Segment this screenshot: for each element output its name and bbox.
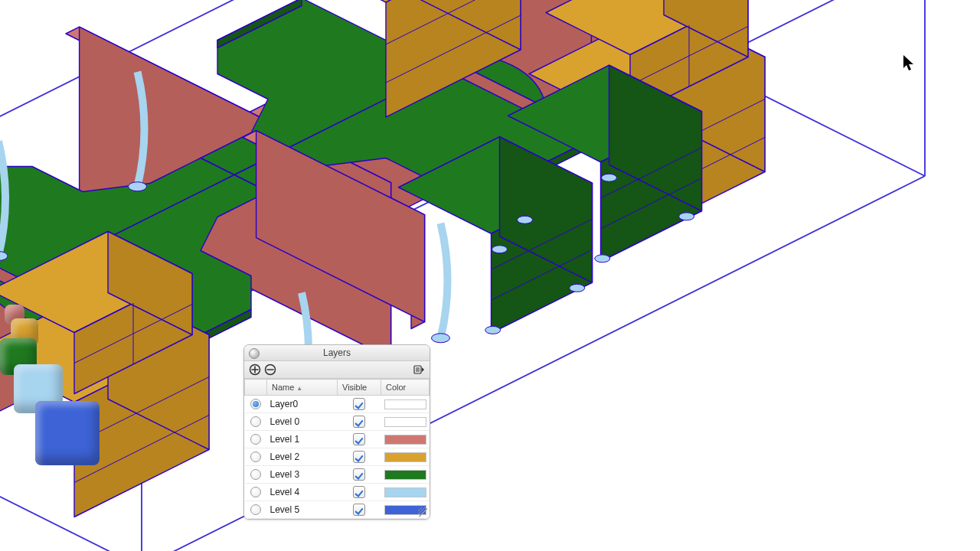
layer-name-cell[interactable]: Level 2 (267, 448, 338, 466)
layer-visible-checkbox[interactable] (353, 504, 365, 516)
layer-color-swatch[interactable] (384, 399, 426, 409)
layer-name-cell[interactable]: Level 1 (267, 431, 338, 448)
layers-table: Name Visible Color Layer0Level 0Level 1L… (244, 379, 430, 519)
panel-resize-grip[interactable] (418, 507, 427, 517)
column-color-header[interactable]: Color (381, 380, 430, 396)
layer-color-swatch[interactable] (384, 435, 426, 445)
layer-row[interactable]: Level 5 (245, 501, 430, 519)
color-cube (35, 401, 100, 465)
remove-layer-button[interactable] (264, 364, 276, 376)
layer-active-radio[interactable] (250, 487, 261, 497)
layers-panel[interactable]: Layers Name Visible Color Layer0Level 0L… (243, 344, 430, 520)
layer-row[interactable]: Level 1 (245, 431, 430, 448)
layer-color-swatch[interactable] (384, 487, 426, 497)
layer-visible-checkbox[interactable] (353, 486, 365, 498)
layer-name-cell[interactable]: Layer0 (267, 396, 338, 413)
layer-visible-checkbox[interactable] (353, 433, 365, 445)
svg-point-52 (432, 334, 450, 343)
layer-visible-checkbox[interactable] (353, 416, 365, 428)
layer-row[interactable]: Level 0 (245, 413, 430, 431)
layer-color-cube-stack (0, 298, 107, 497)
layer-active-radio[interactable] (250, 434, 261, 445)
svg-point-42 (570, 284, 585, 292)
panel-titlebar[interactable]: Layers (244, 345, 430, 361)
svg-point-54 (129, 182, 147, 191)
layer-name-cell[interactable]: Level 4 (267, 484, 338, 501)
layer-row[interactable]: Level 4 (245, 484, 430, 501)
layers-toolbar (244, 361, 430, 379)
3d-viewport[interactable] (0, 0, 980, 551)
svg-point-44 (492, 246, 508, 253)
layer-color-swatch[interactable] (384, 417, 426, 427)
layer-active-radio[interactable] (250, 504, 261, 515)
panel-close-button[interactable] (249, 348, 260, 359)
column-visible-header[interactable]: Visible (338, 380, 381, 396)
layer-color-swatch[interactable] (384, 452, 426, 462)
svg-point-48 (595, 255, 610, 262)
cursor-icon (900, 54, 919, 72)
layer-row[interactable]: Level 2 (245, 448, 430, 466)
layer-visible-checkbox[interactable] (353, 451, 365, 463)
layer-name-cell[interactable]: Level 3 (267, 466, 338, 484)
layer-active-radio[interactable] (250, 452, 261, 462)
layer-active-radio[interactable] (250, 416, 261, 427)
column-name-header[interactable]: Name (267, 380, 338, 396)
panel-title: Layers (323, 347, 351, 358)
layers-table-header[interactable]: Name Visible Color (245, 380, 430, 396)
layer-visible-checkbox[interactable] (353, 398, 365, 410)
layer-name-cell[interactable]: Level 0 (267, 413, 338, 431)
svg-point-49 (679, 213, 694, 220)
layers-menu-button[interactable] (413, 364, 425, 376)
layer-row[interactable]: Layer0 (245, 396, 430, 413)
layer-active-radio[interactable] (250, 399, 261, 409)
layer-name-cell[interactable]: Level 5 (267, 501, 338, 519)
add-layer-button[interactable] (249, 364, 261, 376)
layer-active-radio[interactable] (250, 469, 261, 480)
svg-point-50 (518, 216, 533, 223)
layer-color-swatch[interactable] (384, 470, 426, 480)
layer-row[interactable]: Level 3 (245, 466, 430, 484)
layer-visible-checkbox[interactable] (353, 468, 365, 481)
svg-point-41 (485, 326, 501, 334)
svg-point-51 (602, 174, 617, 181)
